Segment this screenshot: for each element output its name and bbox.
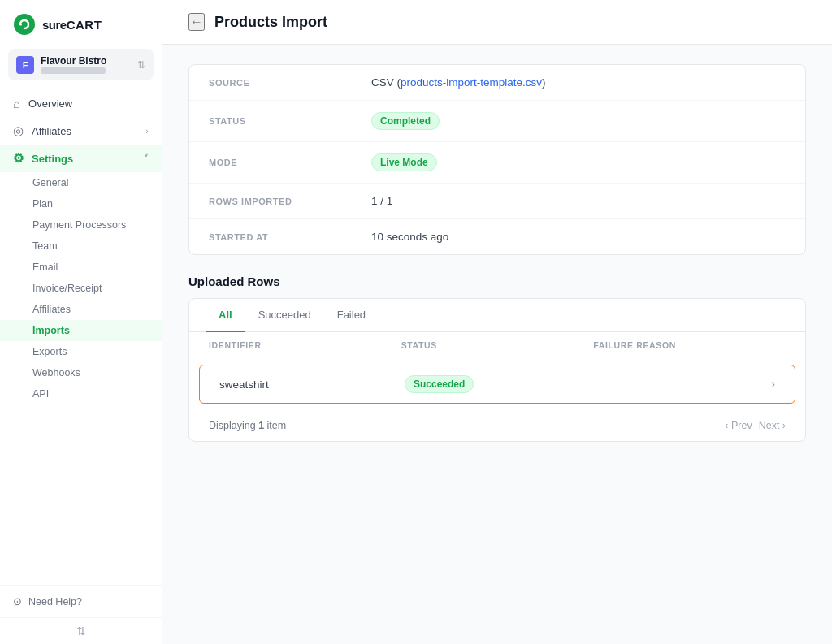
sidebar-item-settings[interactable]: ⚙ Settings ˅	[0, 145, 162, 172]
rows-imported-row: ROWS IMPORTED 1 / 1	[189, 184, 805, 219]
row-status-badge: Succeeded	[405, 375, 474, 393]
tab-failed[interactable]: Failed	[324, 299, 379, 332]
settings-chevron-icon: ˅	[144, 153, 149, 164]
account-avatar: F	[16, 56, 34, 74]
sidebar-bottom-controls[interactable]: ⇅	[0, 617, 162, 644]
mode-label: MODE	[209, 158, 371, 167]
affiliates-icon: ◎	[13, 123, 24, 138]
row-arrow-icon: ›	[590, 377, 775, 391]
sidebar-sub-email[interactable]: Email	[0, 257, 162, 278]
need-help-label: Need Help?	[28, 596, 82, 607]
status-label: STATUS	[209, 116, 371, 126]
sidebar-sub-api[interactable]: API	[0, 383, 162, 404]
started-at-value: 10 seconds ago	[371, 231, 448, 243]
prev-button[interactable]: ‹ Prev	[725, 420, 752, 431]
sidebar-sub-exports[interactable]: Exports	[0, 341, 162, 362]
sidebar-item-settings-label: Settings	[32, 153, 73, 165]
item-text: item	[264, 420, 286, 431]
status-badge: Completed	[371, 112, 440, 130]
rows-imported-value: 1 / 1	[371, 195, 392, 207]
main-content: ← Products Import SOURCE CSV (products-i…	[162, 0, 832, 644]
started-at-row: STARTED AT 10 seconds ago	[189, 219, 805, 254]
mode-value: Live Mode	[371, 153, 437, 171]
overview-icon: ⌂	[13, 97, 20, 110]
row-status: Succeeded	[405, 375, 590, 393]
sidebar-item-overview-label: Overview	[28, 97, 72, 110]
back-button[interactable]: ←	[188, 13, 205, 31]
sidebar-sub-webhooks[interactable]: Webhooks	[0, 362, 162, 383]
source-label: SOURCE	[209, 78, 371, 88]
account-chevron-icon: ⇅	[137, 59, 145, 71]
source-row: SOURCE CSV (products-import-template.csv…	[189, 65, 805, 101]
import-details-card: SOURCE CSV (products-import-template.csv…	[188, 64, 806, 255]
pagination-controls: ‹ Prev Next ›	[725, 420, 786, 431]
status-row: STATUS Completed	[189, 101, 805, 142]
help-icon: ⊙	[13, 595, 22, 607]
uploaded-rows-title: Uploaded Rows	[188, 274, 806, 288]
tab-succeeded[interactable]: Succeeded	[245, 299, 324, 332]
sidebar: sureCART F Flavour Bistro ⇅ ⌂ Overview ◎…	[0, 0, 162, 644]
sidebar-sub-imports[interactable]: Imports	[0, 320, 162, 341]
sidebar-sub-team[interactable]: Team	[0, 236, 162, 257]
row-identifier: sweatshirt	[219, 378, 405, 391]
pagination: Displaying 1 item ‹ Prev Next ›	[189, 410, 805, 441]
page-header: ← Products Import	[162, 0, 832, 45]
page-title: Products Import	[214, 14, 327, 31]
sidebar-sub-plan[interactable]: Plan	[0, 193, 162, 214]
col-identifier: IDENTIFIER	[209, 340, 401, 350]
tab-all[interactable]: All	[206, 299, 245, 332]
svg-point-1	[20, 24, 22, 26]
sidebar-sub-general[interactable]: General	[0, 172, 162, 193]
rows-imported-label: ROWS IMPORTED	[209, 197, 371, 206]
status-value: Completed	[371, 112, 440, 130]
settings-icon: ⚙	[13, 151, 24, 166]
account-sub-text	[41, 67, 106, 74]
displaying-text: Displaying	[209, 420, 258, 431]
sidebar-footer: ⊙ Need Help?	[0, 585, 162, 617]
sidebar-item-overview[interactable]: ⌂ Overview	[0, 90, 162, 117]
col-failure-reason: FAILURE REASON	[593, 340, 786, 350]
source-link[interactable]: products-import-template.csv	[401, 76, 542, 89]
next-button[interactable]: Next ›	[759, 420, 786, 431]
sidebar-resize-icon[interactable]: ⇅	[76, 625, 86, 638]
logo-wordmark: sureCART	[42, 18, 102, 32]
surecart-logo-icon	[13, 13, 36, 36]
sidebar-nav: ⌂ Overview ◎ Affiliates › ⚙ Settings ˅ G…	[0, 87, 162, 585]
mode-badge: Live Mode	[371, 153, 437, 171]
started-at-label: STARTED AT	[209, 232, 371, 242]
affiliates-chevron-icon: ›	[145, 126, 149, 136]
svg-point-0	[14, 14, 35, 35]
sidebar-sub-invoice-receipt[interactable]: Invoice/Receipt	[0, 278, 162, 299]
mode-row: MODE Live Mode	[189, 142, 805, 184]
uploaded-rows-card: All Succeeded Failed IDENTIFIER STATUS F…	[188, 298, 806, 442]
col-status: STATUS	[401, 340, 594, 350]
account-name: Flavour Bistro	[41, 55, 137, 67]
need-help-button[interactable]: ⊙ Need Help?	[13, 595, 149, 607]
sidebar-item-affiliates-label: Affiliates	[32, 125, 72, 137]
tabs-container: All Succeeded Failed	[189, 299, 805, 332]
logo: sureCART	[0, 0, 162, 45]
source-value: CSV (products-import-template.csv)	[371, 76, 546, 89]
sidebar-sub-affiliates[interactable]: Affiliates	[0, 299, 162, 320]
sidebar-sub-payment-processors[interactable]: Payment Processors	[0, 214, 162, 236]
account-switcher[interactable]: F Flavour Bistro ⇅	[8, 49, 154, 80]
sidebar-item-affiliates[interactable]: ◎ Affiliates ›	[0, 117, 162, 145]
pagination-info: Displaying 1 item	[209, 420, 286, 431]
table-row[interactable]: sweatshirt Succeeded ›	[199, 365, 795, 404]
table-header: IDENTIFIER STATUS FAILURE REASON	[189, 332, 805, 358]
content-area: SOURCE CSV (products-import-template.csv…	[162, 45, 832, 461]
